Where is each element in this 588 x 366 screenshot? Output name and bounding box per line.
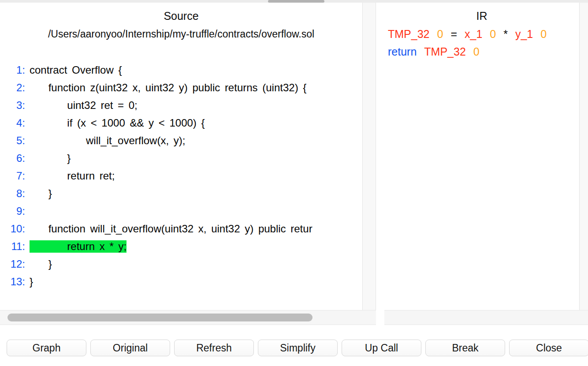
ir-line: returnTMP_320 (384, 43, 579, 60)
source-horizontal-scrollbar-thumb[interactable] (7, 314, 313, 321)
close-button[interactable]: Close (509, 340, 588, 356)
ir-code: TMP_320=x_10*y_10returnTMP_320 (384, 25, 579, 60)
source-line: 5: will_it_overflow(x, y); (0, 132, 362, 149)
ir-token: 0 (437, 28, 443, 41)
code-text: will_it_overflow(x, y); (30, 134, 185, 147)
ir-token: 0 (540, 28, 547, 41)
source-line: 11: return x * y; (0, 238, 362, 255)
source-line: 6: } (0, 149, 362, 167)
ir-token: 0 (473, 45, 480, 58)
line-number: 13: (0, 276, 27, 288)
source-line: 4: if (x < 1000 && y < 1000) { (0, 114, 362, 132)
graph-button[interactable]: Graph (7, 340, 86, 356)
source-vertical-scrollbar[interactable] (362, 3, 376, 310)
code-text: uint32 ret = 0; (30, 99, 138, 112)
break-button[interactable]: Break (425, 340, 505, 356)
simplify-button[interactable]: Simplify (258, 340, 338, 356)
original-button[interactable]: Original (90, 340, 170, 356)
ir-token: y_1 (515, 28, 533, 41)
line-number: 3: (0, 99, 27, 112)
line-number: 1: (0, 64, 27, 76)
source-line: 3: uint32 ret = 0; (0, 97, 362, 114)
line-number: 9: (0, 205, 27, 217)
line-number: 12: (0, 258, 27, 270)
ir-token: x_1 (465, 28, 482, 41)
source-file-path: /Users/aaronyoo/Internship/my-truffle/co… (0, 28, 362, 40)
line-number: 8: (0, 187, 27, 200)
code-text: function will_it_overflow(uint32 x, uint… (30, 223, 313, 235)
ir-token: return (388, 45, 417, 58)
source-panel-title: Source (0, 3, 362, 22)
code-text: } (30, 258, 52, 270)
source-line: 12: } (0, 255, 362, 273)
ir-token: 0 (490, 28, 496, 41)
line-number: 2: (0, 82, 27, 94)
source-line: 7: return ret; (0, 167, 362, 185)
source-horizontal-scrollbar[interactable] (0, 310, 376, 325)
code-text: contract Overflow { (30, 64, 122, 76)
source-code: 1:contract Overflow {2: function z(uint3… (0, 61, 362, 291)
code-text-highlighted: return x * y; (30, 240, 127, 253)
line-number: 7: (0, 170, 27, 182)
refresh-button[interactable]: Refresh (174, 340, 254, 356)
ir-token: = (450, 28, 457, 41)
code-text: return ret; (30, 170, 115, 182)
source-line: 1:contract Overflow { (0, 61, 362, 79)
ir-token: * (503, 28, 508, 41)
ir-panel: IR TMP_320=x_10*y_10returnTMP_320 (384, 3, 579, 310)
line-number: 10: (0, 223, 27, 235)
source-line: 2: function z(uint32 x, uint32 y) public… (0, 79, 362, 97)
ir-token: TMP_32 (388, 28, 429, 41)
line-number: 4: (0, 117, 27, 129)
code-text: function z(uint32 x, uint32 y) public re… (30, 82, 306, 94)
code-text: } (30, 276, 33, 288)
code-text: } (30, 152, 71, 164)
line-number: 5: (0, 134, 27, 147)
code-text: if (x < 1000 && y < 1000) { (30, 117, 205, 129)
ir-horizontal-scrollbar[interactable] (384, 310, 588, 325)
ir-panel-title: IR (384, 3, 579, 22)
line-number: 11: (0, 240, 27, 253)
source-line: 10: function will_it_overflow(uint32 x, … (0, 220, 362, 238)
ir-token: TMP_32 (424, 45, 465, 58)
source-line: 8: } (0, 185, 362, 202)
code-text: } (30, 187, 52, 200)
line-number: 6: (0, 152, 27, 164)
toolbar: GraphOriginalRefreshSimplifyUp CallBreak… (0, 340, 588, 357)
source-line: 9: (0, 202, 362, 220)
source-line: 13:} (0, 273, 362, 291)
ir-vertical-scrollbar[interactable] (579, 3, 588, 310)
ir-line: TMP_320=x_10*y_10 (384, 25, 579, 43)
source-panel: Source /Users/aaronyoo/Internship/my-tru… (0, 3, 362, 310)
up-call-button[interactable]: Up Call (342, 340, 421, 356)
